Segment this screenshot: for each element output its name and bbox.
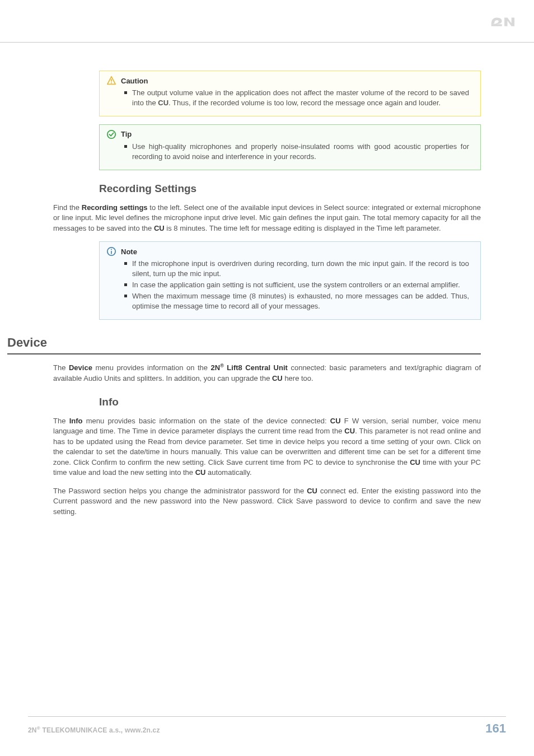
callout-body: Use high-quality microphones and properl… — [100, 142, 480, 170]
heading-info: Info — [99, 396, 481, 408]
footer-company: TELEKOMUNIKACE a.s., www.2n.cz — [40, 726, 160, 734]
heading-rule — [7, 353, 481, 354]
paragraph: The Password section helps you change th… — [53, 486, 481, 517]
paragraph: The Device menu provides information on … — [53, 362, 481, 384]
svg-rect-4 — [111, 249, 112, 250]
list-item: If the microphone input is overdriven du… — [124, 259, 469, 279]
callout-body: If the microphone input is overdriven du… — [100, 259, 480, 319]
page-footer: 2N® TELEKOMUNIKACE a.s., www.2n.cz 161 — [0, 716, 534, 736]
callout-note: Note If the microphone input is overdriv… — [99, 241, 481, 320]
svg-point-2 — [107, 130, 115, 138]
footer-brand: 2N — [28, 726, 37, 734]
list-item: The output volume value in the applicati… — [124, 88, 469, 108]
callout-title: Note — [121, 248, 137, 256]
logo-2n-icon — [490, 12, 515, 28]
callout-tip: Tip Use high-quality microphones and pro… — [99, 124, 481, 170]
heading-device: Device — [7, 335, 481, 350]
list-item: When the maximum message time (8 minutes… — [124, 291, 469, 311]
list-item: In case the application gain setting is … — [124, 280, 469, 290]
paragraph: Find the Recording settings to the left.… — [53, 203, 481, 234]
callout-caution: Caution The output volume value in the a… — [99, 71, 481, 116]
footer-rule — [28, 716, 506, 717]
footer-left: 2N® TELEKOMUNIKACE a.s., www.2n.cz — [28, 726, 160, 734]
paragraph: The Info menu provides basic information… — [53, 416, 481, 478]
callout-body: The output volume value in the applicati… — [100, 88, 480, 116]
svg-rect-1 — [111, 82, 112, 83]
tip-icon — [106, 129, 116, 139]
page-number: 161 — [485, 721, 506, 736]
callout-title: Caution — [121, 77, 148, 85]
svg-rect-0 — [111, 79, 112, 82]
page-header — [0, 0, 534, 43]
list-item: Use high-quality microphones and properl… — [124, 142, 469, 162]
callout-title: Tip — [121, 130, 132, 138]
caution-icon — [106, 76, 116, 86]
svg-rect-5 — [111, 251, 112, 254]
note-icon — [106, 246, 116, 256]
heading-recording-settings: Recording Settings — [99, 183, 481, 195]
